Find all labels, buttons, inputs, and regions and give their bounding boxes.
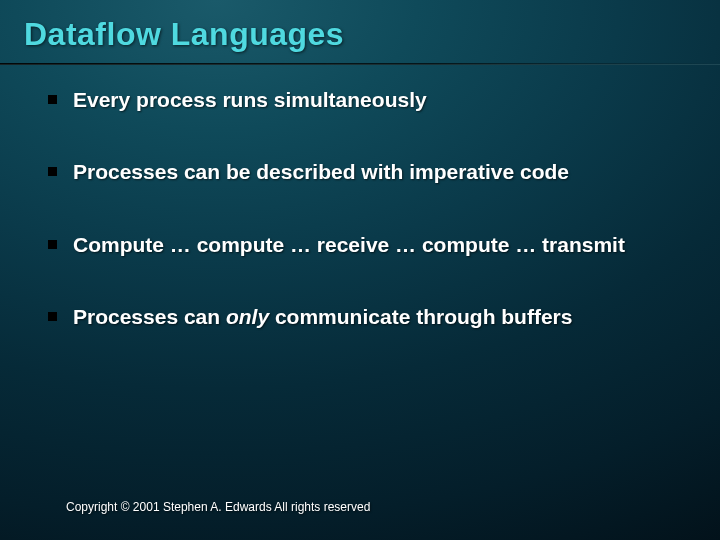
- bullet-text: Compute … compute … receive … compute … …: [73, 232, 625, 258]
- list-item: Every process runs simultaneously: [48, 87, 680, 113]
- copyright-footer: Copyright © 2001 Stephen A. Edwards All …: [66, 500, 370, 514]
- slide: Dataflow Languages Every process runs si…: [0, 0, 720, 540]
- list-item: Compute … compute … receive … compute … …: [48, 232, 680, 258]
- list-item: Processes can be described with imperati…: [48, 159, 680, 185]
- slide-body: Every process runs simultaneously Proces…: [0, 65, 720, 330]
- bullet-icon: [48, 240, 57, 249]
- bullet-icon: [48, 312, 57, 321]
- bullet-icon: [48, 95, 57, 104]
- bullet-text: Processes can be described with imperati…: [73, 159, 569, 185]
- list-item: Processes can only communicate through b…: [48, 304, 680, 330]
- bullet-text: Every process runs simultaneously: [73, 87, 427, 113]
- bullet-text: Processes can only communicate through b…: [73, 304, 572, 330]
- bullet-icon: [48, 167, 57, 176]
- slide-title: Dataflow Languages: [0, 0, 720, 53]
